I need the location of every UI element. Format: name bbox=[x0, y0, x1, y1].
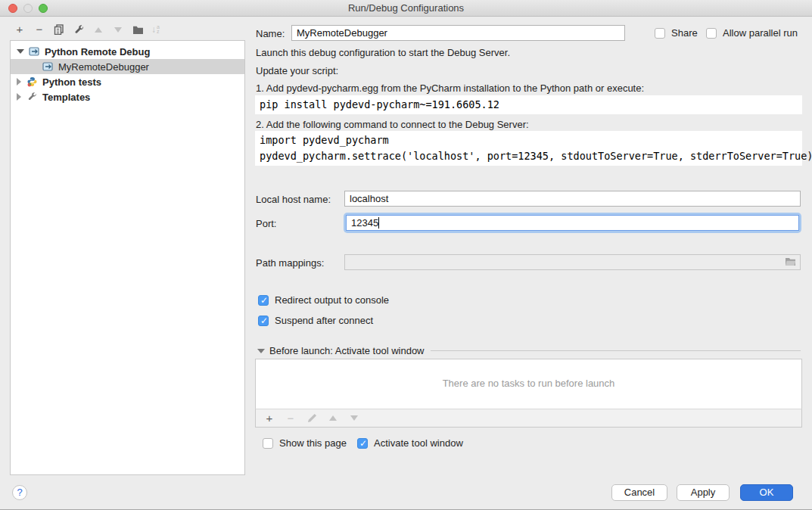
path-mappings-field[interactable] bbox=[344, 254, 801, 270]
add-task-icon[interactable]: + bbox=[263, 412, 275, 424]
show-this-page-checkbox[interactable] bbox=[263, 438, 273, 449]
remote-debug-icon bbox=[42, 61, 54, 72]
header-divider bbox=[431, 350, 801, 351]
suspend-after-connect-checkbox[interactable] bbox=[258, 316, 269, 326]
python-tests-icon bbox=[26, 76, 38, 87]
title-bar: Run/Debug Configurations bbox=[0, 0, 812, 17]
before-launch-task-list[interactable]: There are no tasks to run before launch bbox=[255, 359, 802, 409]
add-configuration-icon[interactable]: + bbox=[14, 23, 26, 36]
text-caret bbox=[378, 217, 379, 229]
activate-tool-window-checkbox-row[interactable]: Activate tool window bbox=[357, 437, 463, 449]
intro-text: Launch this debug configuration to start… bbox=[256, 47, 510, 58]
allow-parallel-run-checkbox-row[interactable]: Allow parallel run bbox=[706, 27, 798, 39]
allow-parallel-run-checkbox[interactable] bbox=[706, 28, 717, 39]
remove-configuration-icon[interactable]: − bbox=[33, 23, 45, 36]
activate-tool-window-label: Activate tool window bbox=[374, 437, 463, 449]
name-label: Name: bbox=[256, 28, 285, 39]
step1-text: 1. Add pydevd-pycharm.egg from the PyCha… bbox=[256, 82, 644, 94]
port-label: Port: bbox=[256, 218, 276, 229]
expand-arrow-icon[interactable] bbox=[17, 93, 21, 101]
edit-task-pencil-icon bbox=[306, 412, 318, 424]
redirect-output-checkbox[interactable] bbox=[258, 295, 269, 306]
settrace-code: import pydevd_pycharm pydevd_pycharm.set… bbox=[255, 131, 802, 166]
configurations-tree: Python Remote Debug MyRemoteDebugger Pyt… bbox=[10, 40, 245, 475]
expand-arrow-icon[interactable] bbox=[17, 78, 21, 86]
name-input[interactable] bbox=[291, 25, 625, 41]
show-this-page-label: Show this page bbox=[279, 437, 347, 449]
new-folder-icon[interactable] bbox=[132, 23, 144, 36]
browse-folder-icon[interactable] bbox=[785, 257, 797, 269]
path-mappings-label: Path mappings: bbox=[256, 257, 324, 269]
tree-item-templates[interactable]: Templates bbox=[11, 89, 244, 104]
step2-text: 2. Add the following command to connect … bbox=[256, 119, 529, 130]
move-up-icon bbox=[92, 23, 104, 36]
collapse-arrow-icon[interactable] bbox=[17, 49, 24, 54]
before-launch-header[interactable]: Before launch: Activate tool window bbox=[257, 345, 801, 356]
tree-item-python-remote-debug[interactable]: Python Remote Debug bbox=[11, 44, 244, 59]
ok-button[interactable]: OK bbox=[740, 484, 793, 501]
tree-item-python-tests[interactable]: Python tests bbox=[11, 74, 244, 89]
sort-configurations-icon: ↓ az bbox=[151, 24, 160, 35]
share-checkbox[interactable] bbox=[655, 28, 665, 39]
run-debug-configurations-dialog: Run/Debug Configurations + − ↓ az Python… bbox=[0, 0, 812, 510]
remote-debug-icon bbox=[29, 46, 40, 57]
move-down-icon bbox=[112, 23, 124, 36]
share-label: Share bbox=[671, 27, 698, 39]
activate-tool-window-checkbox[interactable] bbox=[357, 438, 368, 449]
update-script-text: Update your script: bbox=[256, 65, 338, 76]
edit-defaults-wrench-icon[interactable] bbox=[73, 23, 85, 36]
help-button[interactable]: ? bbox=[12, 485, 27, 500]
suspend-after-connect-checkbox-row[interactable]: Suspend after connect bbox=[258, 315, 373, 326]
copy-configuration-icon[interactable] bbox=[53, 23, 65, 36]
configurations-toolbar: + − ↓ az bbox=[14, 23, 160, 36]
collapse-arrow-icon[interactable] bbox=[257, 349, 265, 353]
move-task-up-icon bbox=[327, 412, 339, 424]
port-input[interactable] bbox=[346, 215, 799, 231]
before-launch-toolbar: + − bbox=[255, 409, 802, 428]
allow-parallel-run-label: Allow parallel run bbox=[723, 27, 798, 39]
remove-task-icon: − bbox=[285, 412, 297, 424]
local-host-name-input[interactable] bbox=[344, 191, 801, 207]
redirect-output-checkbox-row[interactable]: Redirect output to console bbox=[258, 294, 389, 306]
show-this-page-checkbox-row[interactable]: Show this page bbox=[263, 437, 347, 449]
cancel-button[interactable]: Cancel bbox=[611, 484, 667, 501]
redirect-output-label: Redirect output to console bbox=[275, 294, 389, 306]
pip-install-code: pip install pydevd-pycharm~=191.6605.12 bbox=[255, 95, 802, 114]
apply-button[interactable]: Apply bbox=[677, 484, 730, 501]
empty-tasks-message: There are no tasks to run before launch bbox=[256, 359, 801, 389]
suspend-after-connect-label: Suspend after connect bbox=[275, 315, 373, 326]
wrench-icon bbox=[26, 92, 38, 102]
before-launch-title: Before launch: Activate tool window bbox=[269, 345, 425, 356]
local-host-name-label: Local host name: bbox=[256, 194, 331, 205]
tree-item-myremotedebugger[interactable]: MyRemoteDebugger bbox=[11, 59, 244, 74]
port-field-focus-ring bbox=[346, 215, 799, 231]
move-task-down-icon bbox=[348, 412, 360, 424]
share-checkbox-row[interactable]: Share bbox=[655, 27, 698, 39]
window-title: Run/Debug Configurations bbox=[0, 2, 812, 14]
